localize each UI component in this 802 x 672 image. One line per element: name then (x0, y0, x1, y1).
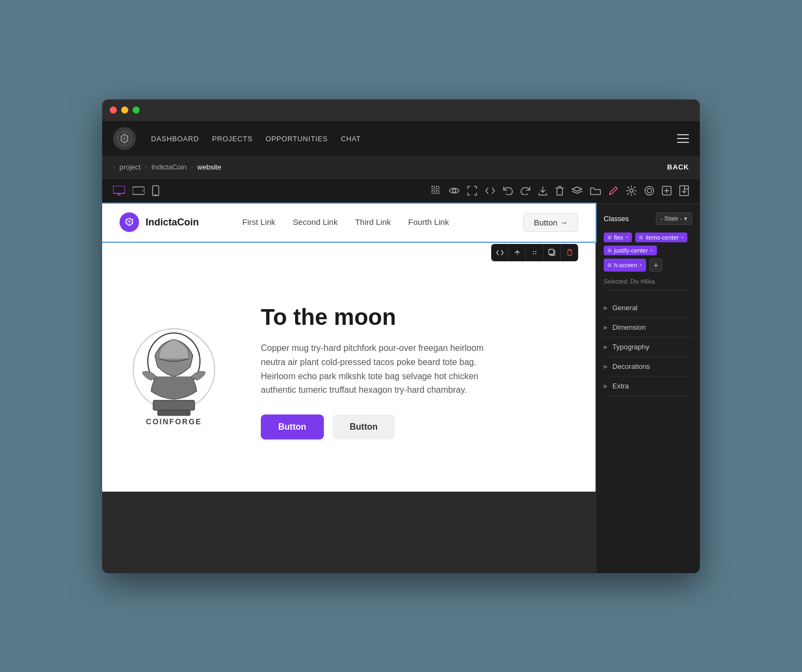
code-icon[interactable] (485, 187, 496, 194)
download-icon[interactable] (538, 186, 548, 196)
element-duplicate-btn[interactable] (543, 244, 561, 261)
breadcrumb: › project › IndictaCoin › website (113, 163, 221, 171)
maximize-button[interactable] (133, 106, 140, 114)
logo-area (113, 127, 136, 150)
tag-icon-justify-center: ⊞ (607, 248, 612, 253)
hero-primary-button[interactable]: Button (261, 414, 324, 439)
remove-justify-center-tag[interactable]: × (650, 248, 653, 253)
svg-rect-23 (153, 400, 195, 410)
desktop-icon[interactable] (113, 186, 125, 196)
remove-flex-tag[interactable]: × (625, 235, 628, 240)
hero-secondary-button[interactable]: Button (333, 414, 396, 439)
breadcrumb-indictacoin[interactable]: IndictaCoin (151, 163, 186, 171)
classes-label: Classes (604, 215, 629, 223)
remove-h-screen-tag[interactable]: × (640, 262, 642, 268)
tablet-landscape-icon[interactable] (133, 186, 145, 195)
panel-section-dimension: ▶ Dimension (604, 318, 692, 337)
mobile-icon[interactable] (152, 185, 159, 196)
extra-chevron-icon: ▶ (604, 383, 608, 389)
back-button[interactable]: BACK (667, 163, 689, 171)
selection-icon[interactable] (431, 186, 441, 196)
pencil-icon[interactable] (609, 186, 618, 196)
eye-icon[interactable] (449, 187, 460, 194)
nav-item-dashboard[interactable]: DASHBOARD (151, 134, 199, 143)
extra-section-header[interactable]: ▶ Extra (604, 376, 692, 395)
minimize-button[interactable] (121, 106, 128, 114)
svg-rect-6 (432, 186, 435, 189)
hamburger-menu[interactable] (677, 134, 689, 143)
element-delete-btn[interactable] (561, 244, 578, 261)
class-tag-justify-center[interactable]: ⊞ justify-center × (604, 246, 657, 255)
typography-section-header[interactable]: ▶ Typography (604, 337, 692, 356)
svg-point-16 (535, 251, 536, 252)
panel-header: Classes - State - ▾ (604, 212, 692, 225)
element-drag-btn[interactable] (526, 244, 543, 261)
add-icon[interactable] (662, 186, 672, 196)
element-code-btn[interactable] (491, 244, 509, 261)
breadcrumb-bar: › project › IndictaCoin › website BACK (102, 156, 700, 179)
class-tag-flex[interactable]: ⊞ flex × (604, 233, 632, 242)
hero-content: To the moon Copper mug try-hard pitchfor… (261, 304, 500, 439)
breadcrumb-website[interactable]: website (197, 163, 221, 171)
preview-nav-third-link[interactable]: Third Link (355, 217, 391, 227)
element-toolbar (491, 244, 578, 261)
main-area: IndictaCoin First Link Second Link Third… (102, 204, 700, 573)
decorations-section-header[interactable]: ▶ Decorations (604, 357, 692, 376)
preview-logo: IndictaCoin (120, 212, 199, 232)
redo-icon[interactable] (521, 186, 530, 195)
logo-icon (113, 127, 136, 150)
preview-nav-button[interactable]: Button → (523, 213, 578, 232)
general-label: General (612, 304, 637, 312)
class-tags-container: ⊞ flex × ⊞ items-center × ⊞ justify-cent… (604, 233, 692, 272)
preview-nav-first-link[interactable]: First Link (242, 217, 275, 227)
dimension-label: Dimension (612, 323, 646, 331)
svg-rect-20 (549, 249, 554, 254)
class-tag-items-center[interactable]: ⊞ items-center × (635, 233, 687, 242)
tag-icon-h-screen: ⊞ (607, 262, 612, 268)
breadcrumb-chevron: › (113, 164, 115, 170)
layers-icon[interactable] (572, 186, 582, 195)
import-icon[interactable] (679, 185, 689, 196)
svg-point-3 (143, 190, 144, 191)
fullscreen-icon[interactable] (467, 186, 477, 196)
breadcrumb-project[interactable]: project (120, 163, 141, 171)
svg-rect-1 (113, 186, 125, 193)
folder-icon[interactable] (590, 186, 601, 195)
add-class-button[interactable]: + (649, 259, 662, 272)
nav-item-chat[interactable]: CHAT (341, 134, 361, 143)
remove-items-center-tag[interactable]: × (681, 235, 684, 240)
preview-logo-circle (120, 212, 139, 232)
delete-icon[interactable] (555, 186, 564, 196)
preview-logo-text: IndictaCoin (146, 217, 199, 228)
class-tag-h-screen[interactable]: ⊞ h-screen × (604, 259, 646, 272)
breadcrumb-sep-2: › (191, 164, 193, 170)
preview-nav-fourth-link[interactable]: Fourth Link (408, 217, 449, 227)
typography-label: Typography (612, 343, 649, 351)
dimension-section-header[interactable]: ▶ Dimension (604, 318, 692, 337)
selected-navbar-element[interactable]: IndictaCoin First Link Second Link Third… (102, 204, 596, 242)
hero-title: To the moon (261, 304, 500, 330)
svg-text:COINFORGE: COINFORGE (146, 417, 202, 426)
element-move-up-btn[interactable] (509, 244, 526, 261)
preview-nav-second-link[interactable]: Second Link (293, 217, 338, 227)
nav-item-projects[interactable]: PROJECTS (212, 134, 253, 143)
svg-rect-24 (158, 410, 190, 416)
layers2-icon[interactable] (644, 186, 654, 196)
panel-section-extra: ▶ Extra (604, 376, 692, 396)
undo-icon[interactable] (503, 186, 513, 195)
svg-rect-8 (436, 186, 439, 189)
app-window: DASHBOARD PROJECTS OPPORTUNITIES CHAT › (102, 99, 700, 573)
hero-buttons: Button Button (261, 414, 500, 439)
nav-item-opportunities[interactable]: OPPORTUNITIES (266, 134, 328, 143)
close-button[interactable] (110, 106, 117, 114)
toolbar-right (431, 185, 689, 196)
breadcrumb-sep-1: › (145, 164, 147, 170)
preview-nav-links: First Link Second Link Third Link Fourth… (242, 217, 449, 227)
settings-icon[interactable] (626, 185, 637, 196)
general-section-header[interactable]: ▶ General (604, 298, 692, 317)
canvas-area: IndictaCoin First Link Second Link Third… (102, 204, 596, 573)
state-dropdown[interactable]: - State - ▾ (656, 212, 692, 225)
panel-section-decorations: ▶ Decorations (604, 357, 692, 376)
chevron-down-icon: ▾ (684, 215, 687, 222)
toolbar (102, 179, 700, 204)
